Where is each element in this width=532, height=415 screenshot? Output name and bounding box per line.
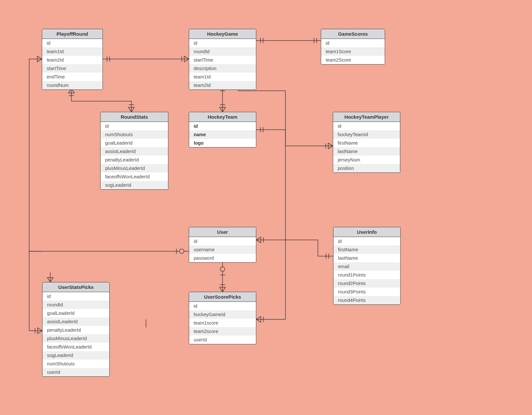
entity-header: GameScores bbox=[321, 29, 385, 39]
field: id bbox=[189, 122, 256, 130]
field: email bbox=[333, 262, 400, 271]
field: roundId bbox=[189, 47, 256, 56]
entity-game-scores: GameScores id team1Score team2Score bbox=[321, 29, 385, 65]
entity-header: UserScorePicks bbox=[189, 292, 256, 302]
entity-user-score-picks: UserScorePicks id hockeyGameId team1scor… bbox=[189, 292, 256, 344]
entity-hockey-game: HockeyGame id roundId startTime descript… bbox=[189, 29, 256, 90]
field: assistLeaderId bbox=[42, 317, 109, 326]
entity-header: HockeyGame bbox=[189, 29, 256, 39]
field: team1Id bbox=[189, 73, 256, 81]
entity-header: UserInfo bbox=[333, 227, 400, 237]
entity-header: User bbox=[189, 227, 256, 237]
field: firstName bbox=[333, 139, 400, 147]
field: plusMinusLeaderId bbox=[42, 334, 109, 343]
field: username bbox=[189, 245, 256, 254]
entity-user: User id username password bbox=[189, 227, 256, 263]
field: round1Points bbox=[333, 271, 400, 279]
field: goalLeaderId bbox=[101, 139, 168, 147]
field: plusMinusLeaderId bbox=[101, 164, 168, 172]
field: id bbox=[321, 39, 385, 47]
field: startTime bbox=[42, 64, 103, 73]
field: sogLeaderId bbox=[101, 181, 168, 189]
field: team1Score bbox=[321, 47, 385, 56]
entity-user-info: UserInfo id firstName lastName email rou… bbox=[333, 227, 401, 305]
field: team2Id bbox=[42, 56, 103, 64]
field: endTime bbox=[42, 73, 103, 81]
field: id bbox=[42, 292, 109, 301]
entity-header: HockeyTeam bbox=[189, 112, 256, 122]
entity-user-stats-picks: UserStatsPicks id roundId goalLeaderId a… bbox=[42, 282, 110, 377]
field: position bbox=[333, 164, 400, 172]
field: round3Points bbox=[333, 288, 400, 296]
field: assistLeaderId bbox=[101, 147, 168, 156]
field: penaltyLeaderId bbox=[42, 326, 109, 334]
field: hockeyTeamId bbox=[333, 130, 400, 139]
entity-header: HockeyTeamPlayer bbox=[333, 112, 400, 122]
entity-hockey-team-player: HockeyTeamPlayer id hockeyTeamId firstNa… bbox=[333, 112, 400, 173]
entity-round-stats: RoundStats id numShutouts goalLeaderId a… bbox=[100, 112, 168, 190]
field: id bbox=[189, 237, 256, 245]
field: numShutouts bbox=[42, 360, 109, 368]
field: faceoffsWonLeaderId bbox=[42, 343, 109, 351]
field: faceoffsWonLeaderId bbox=[101, 172, 168, 181]
entity-header: PlayoffRound bbox=[42, 29, 103, 39]
entity-hockey-team: HockeyTeam id name logo bbox=[189, 112, 256, 148]
field: firstName bbox=[333, 245, 400, 254]
field: team1Id bbox=[42, 47, 103, 56]
field: hockeyGameId bbox=[189, 310, 256, 319]
field: numShutouts bbox=[101, 130, 168, 139]
field: userId bbox=[189, 336, 256, 344]
field: id bbox=[42, 39, 103, 47]
field: id bbox=[333, 122, 400, 130]
field: team2Score bbox=[321, 56, 385, 64]
field: round2Points bbox=[333, 279, 400, 288]
field: roundNum bbox=[42, 81, 103, 89]
field: id bbox=[189, 302, 256, 310]
field: sogLeaderId bbox=[42, 351, 109, 360]
field: team1score bbox=[189, 319, 256, 327]
field: description bbox=[189, 64, 256, 73]
field: lastName bbox=[333, 147, 400, 156]
field: team2Id bbox=[189, 81, 256, 89]
field: team2score bbox=[189, 327, 256, 336]
field: logo bbox=[189, 139, 256, 147]
svg-point-24 bbox=[179, 249, 184, 254]
entity-header: UserStatsPicks bbox=[42, 282, 109, 292]
field: startTime bbox=[189, 56, 256, 64]
field: id bbox=[333, 237, 400, 245]
field: id bbox=[101, 122, 168, 130]
field: userId bbox=[42, 368, 109, 376]
field: id bbox=[189, 39, 256, 47]
field: goalLeaderId bbox=[42, 309, 109, 317]
field: jerseyNum bbox=[333, 156, 400, 164]
field: lastName bbox=[333, 254, 400, 262]
field: password bbox=[189, 254, 256, 262]
field: round4Points bbox=[333, 296, 400, 304]
entity-header: RoundStats bbox=[101, 112, 168, 122]
entity-playoff-round: PlayoffRound id team1Id team2Id startTim… bbox=[42, 29, 103, 90]
field: name bbox=[189, 130, 256, 139]
svg-point-21 bbox=[220, 267, 225, 271]
field: roundId bbox=[42, 301, 109, 309]
field: penaltyLeaderId bbox=[101, 156, 168, 164]
